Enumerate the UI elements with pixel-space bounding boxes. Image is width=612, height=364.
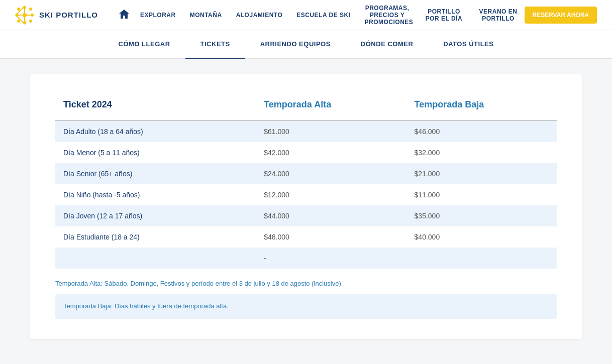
cell-name-3: Día Niño (hasta -5 años) — [55, 184, 256, 205]
nav-escuela[interactable]: ESCUELA DE SKI — [296, 12, 350, 19]
cell-baja-3: $11.000 — [406, 184, 557, 205]
dash-cell-name — [55, 248, 256, 269]
table-row: Día Niño (hasta -5 años) $12.000 $11.000 — [55, 184, 557, 205]
subnav-arriendo[interactable]: ARRIENDO EQUIPOS — [245, 30, 346, 59]
cell-alta-3: $12.000 — [256, 184, 406, 205]
content-card: Ticket 2024 Temporada Alta Temporada Baj… — [30, 74, 582, 339]
nav-programas[interactable]: PROGRAMAS, PRECIOS Y PROMOCIONES — [365, 5, 410, 26]
notes-section: Temporada Alta: Sábado, Domingo, Festivo… — [55, 279, 557, 319]
table-row: Día Senior (65+ años) $24.000 $21.000 — [55, 163, 557, 184]
col-header-baja: Temporada Baja — [406, 94, 557, 120]
dash-cell-empty — [406, 248, 557, 269]
nav-montana[interactable]: MONTAÑA — [190, 12, 222, 19]
nav-portillo-dia[interactable]: PORTILLO POR EL DÍA — [424, 8, 464, 22]
cell-baja-2: $21.000 — [406, 163, 557, 184]
col-header-ticket: Ticket 2024 — [55, 94, 256, 120]
dash-cell-value: - — [256, 248, 406, 269]
main-content: Ticket 2024 Temporada Alta Temporada Baj… — [0, 59, 612, 354]
note-baja-text: Temporada Baja: Días hábiles y fuera de … — [63, 302, 229, 310]
cell-name-1: Día Menor (5 a 11 años) — [55, 142, 256, 163]
home-button[interactable] — [118, 9, 130, 22]
nav-verano[interactable]: VERANO EN PORTILLO — [478, 8, 519, 22]
nav-explorar[interactable]: EXPLORAR — [140, 12, 176, 19]
home-icon — [118, 9, 130, 20]
cell-alta-1: $42.000 — [256, 142, 406, 163]
subnav-donde-comer[interactable]: DÓNDE COMER — [346, 30, 428, 59]
svg-point-12 — [23, 13, 27, 17]
cell-baja-5: $40.000 — [406, 226, 557, 248]
cell-baja-0: $46.000 — [406, 121, 557, 142]
subnav-datos-utiles[interactable]: DATOS ÚTILES — [428, 30, 508, 59]
svg-point-7 — [17, 20, 20, 23]
cell-name-2: Día Senior (65+ años) — [55, 163, 256, 184]
ticket-table: Ticket 2024 Temporada Alta Temporada Baj… — [55, 94, 557, 269]
reserve-button[interactable]: RESERVAR AHORA — [525, 7, 597, 24]
svg-point-5 — [29, 20, 32, 23]
cell-alta-5: $48.000 — [256, 226, 406, 248]
note-alta: Temporada Alta: Sábado, Domingo, Festivo… — [55, 279, 557, 289]
table-row: Día Adulto (18 a 64 años) $61.000 $46.00… — [55, 121, 557, 142]
table-header-row: Ticket 2024 Temporada Alta Temporada Baj… — [55, 94, 557, 120]
svg-point-4 — [17, 8, 20, 11]
nav-links: EXPLORAR MONTAÑA ALOJAMIENTO ESCUELA DE … — [140, 5, 525, 26]
cell-alta-4: $44.000 — [256, 205, 406, 226]
svg-point-6 — [29, 8, 32, 11]
cell-name-0: Día Adulto (18 a 64 años) — [55, 121, 256, 142]
subnav-tickets[interactable]: TICKETS — [185, 30, 245, 59]
cell-alta-2: $24.000 — [256, 163, 406, 184]
table-row: Día Estudiante (18 a 24) $48.000 $40.000 — [55, 226, 557, 248]
cell-name-5: Día Estudiante (18 a 24) — [55, 226, 256, 248]
col-header-alta: Temporada Alta — [256, 94, 406, 120]
dash-row: - — [55, 248, 557, 269]
subnav-como-llegar[interactable]: CÓMO LLEGAR — [104, 30, 185, 59]
logo-link[interactable]: SKI PORTILLO — [15, 6, 98, 25]
note-baja-box: Temporada Baja: Días hábiles y fuera de … — [55, 294, 557, 319]
top-navbar: SKI PORTILLO EXPLORAR MONTAÑA ALOJAMIENT… — [0, 0, 612, 30]
snowflake-icon — [15, 6, 34, 25]
table-row: Día Menor (5 a 11 años) $42.000 $32.000 — [55, 142, 557, 163]
brand-name: SKI PORTILLO — [39, 11, 98, 19]
nav-alojamiento[interactable]: ALOJAMIENTO — [236, 12, 283, 19]
cell-baja-4: $35.000 — [406, 205, 557, 226]
table-row: Día Joven (12 a 17 años) $44.000 $35.000 — [55, 205, 557, 226]
cell-alta-0: $61.000 — [256, 121, 406, 142]
sub-navbar: CÓMO LLEGAR TICKETS ARRIENDO EQUIPOS DÓN… — [0, 30, 612, 59]
cell-name-4: Día Joven (12 a 17 años) — [55, 205, 256, 226]
cell-baja-1: $32.000 — [406, 142, 557, 163]
